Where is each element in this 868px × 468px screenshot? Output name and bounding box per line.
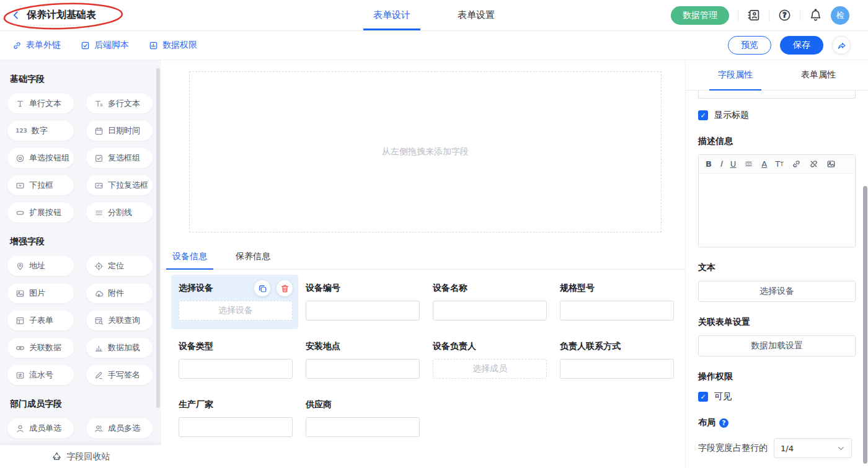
field-button-linked-data[interactable]: 关联数据	[7, 338, 74, 358]
data-load-setting-button[interactable]: 数据加载设置	[698, 335, 856, 356]
owner-contact-input[interactable]	[560, 359, 674, 379]
field-button-label: 扩展按钮	[29, 207, 61, 218]
contacts-book-icon[interactable]	[747, 9, 760, 22]
notification-bell-icon[interactable]	[809, 9, 822, 22]
field-button-select[interactable]: 下拉框	[7, 175, 74, 195]
canvas-field-device-type[interactable]: 设备类型	[171, 333, 298, 387]
install-location-input[interactable]	[306, 359, 420, 379]
remove-link-button[interactable]	[809, 159, 818, 169]
manufacturer-input[interactable]	[179, 417, 293, 437]
field-button-serial-number[interactable]: 流水号	[7, 365, 74, 385]
drop-zone[interactable]: 从左侧拖拽来添加字段	[189, 71, 662, 232]
section-title-basic-fields: 基础字段	[10, 74, 153, 85]
select-device-setting-button[interactable]: 选择设备	[698, 281, 856, 302]
field-button-member-single[interactable]: 成员单选	[7, 418, 74, 438]
data-manage-button[interactable]: 数据管理	[671, 6, 729, 25]
canvas-field-device-code[interactable]: 设备编号	[298, 275, 425, 329]
field-button-subform[interactable]: 子表单	[7, 311, 74, 330]
back-button[interactable]	[11, 11, 20, 20]
form-title: 保养计划基础表	[27, 9, 96, 22]
tab-form-settings[interactable]: 表单设置	[448, 0, 505, 30]
tab-form-properties[interactable]: 表单属性	[792, 60, 844, 90]
header-tabs: 表单设计 表单设置	[363, 0, 505, 30]
field-button-linked-query[interactable]: 关联查询	[86, 311, 153, 330]
device-code-input[interactable]	[306, 301, 420, 320]
field-button-checkbox-group[interactable]: 复选框组	[86, 148, 153, 168]
canvas-field-device-name[interactable]: 设备名称	[425, 275, 552, 329]
input-placeholder: 选择设备	[218, 305, 253, 316]
avatar[interactable]: 检	[831, 6, 849, 25]
font-size-big: T	[775, 159, 780, 169]
field-recycle-bin[interactable]: 字段回收站	[0, 445, 161, 468]
field-width-select[interactable]: 1/4	[774, 438, 852, 458]
tab-label: 保养信息	[236, 251, 270, 261]
canvas-field-install-location[interactable]: 安装地点	[298, 333, 425, 387]
help-icon[interactable]	[778, 9, 791, 22]
select-device-input[interactable]: 选择设备	[179, 301, 293, 320]
field-button-address[interactable]: 地址	[7, 256, 74, 276]
field-title-input-cut-off[interactable]	[698, 91, 856, 99]
align-button[interactable]	[744, 159, 753, 169]
field-button-single-line-text[interactable]: 单行文本	[7, 94, 74, 113]
description-editor: B I U A TT	[698, 154, 856, 247]
canvas-field-select-device[interactable]: 选择设备 选择设备	[171, 275, 298, 329]
field-button-radio-group[interactable]: 单选按钮组	[7, 148, 74, 168]
field-button-signature[interactable]: 手写签名	[86, 365, 153, 385]
field-button-locate[interactable]: 定位	[86, 256, 153, 276]
visible-checkbox[interactable]	[698, 392, 708, 402]
field-button-divider[interactable]: 分割线	[86, 203, 153, 223]
underline-button[interactable]: U	[730, 159, 737, 169]
description-text-area[interactable]	[699, 174, 855, 247]
section-title-enhanced-fields: 增强字段	[10, 236, 153, 247]
data-permission-link[interactable]: 数据权限	[149, 40, 197, 51]
field-button-datetime[interactable]: 日期时间	[86, 121, 153, 141]
show-title-checkbox[interactable]	[698, 110, 708, 120]
save-button[interactable]: 保存	[780, 36, 823, 55]
delete-field-button[interactable]	[277, 280, 293, 296]
font-color-button[interactable]: A	[761, 159, 767, 169]
field-button-extend-button[interactable]: 扩展按钮	[7, 203, 74, 223]
field-label: 设备名称	[433, 283, 467, 294]
field-button-image[interactable]: 图片	[7, 283, 74, 303]
backend-script-link[interactable]: 后端脚本	[81, 40, 129, 51]
italic-button[interactable]: I	[720, 159, 722, 169]
supplier-input[interactable]	[306, 417, 420, 437]
field-button-member-multi[interactable]: 成员多选	[86, 418, 153, 438]
copy-field-button[interactable]	[254, 280, 270, 296]
font-size-button[interactable]: TT	[775, 159, 783, 169]
field-label: 设备类型	[179, 341, 213, 352]
tab-field-properties[interactable]: 字段属性	[709, 60, 761, 90]
field-button-data-load[interactable]: 数据加载	[86, 338, 153, 358]
layout-help-icon[interactable]: ?	[719, 418, 728, 428]
tab-form-design[interactable]: 表单设计	[363, 0, 420, 30]
canvas-field-supplier[interactable]: 供应商	[298, 391, 425, 446]
share-button[interactable]	[832, 36, 851, 55]
field-button-multi-line-text[interactable]: 多行文本	[86, 94, 153, 113]
field-button-number[interactable]: 123数字	[7, 121, 74, 141]
device-type-input[interactable]	[179, 359, 293, 379]
relation-setting-heading: 关联表单设置	[698, 317, 856, 328]
canvas-field-owner-contact[interactable]: 负责人联系方式	[552, 333, 680, 387]
device-name-input[interactable]	[433, 301, 547, 320]
bold-button[interactable]: B	[706, 159, 712, 169]
tab-maintenance-info[interactable]: 保养信息	[229, 251, 277, 269]
panel-tabs: 字段属性 表单属性	[686, 60, 868, 91]
select-member-input[interactable]: 选择成员	[433, 359, 547, 379]
page-scrollbar[interactable]	[863, 186, 867, 464]
canvas-field-spec-model[interactable]: 规格型号	[552, 275, 680, 329]
tab-label: 表单设计	[373, 9, 410, 21]
header-left: 保养计划基础表	[0, 0, 96, 30]
spec-model-input[interactable]	[560, 301, 674, 320]
field-label: 设备负责人	[433, 341, 476, 352]
field-button-multi-select[interactable]: 下拉复选框	[86, 175, 153, 195]
preview-button[interactable]: 预览	[728, 36, 771, 55]
canvas-field-manufacturer[interactable]: 生产厂家	[171, 391, 298, 446]
tab-device-info[interactable]: 设备信息	[166, 251, 213, 269]
field-button-attachment[interactable]: 附件	[86, 283, 153, 303]
canvas-field-device-owner[interactable]: 设备负责人 选择成员	[425, 333, 552, 387]
form-external-link[interactable]: 表单外链	[12, 40, 61, 51]
field-button-label: 关联数据	[29, 342, 61, 353]
insert-image-button[interactable]	[826, 159, 836, 169]
insert-link-button[interactable]	[792, 159, 801, 169]
sidebar-scrollbar[interactable]	[156, 68, 160, 408]
